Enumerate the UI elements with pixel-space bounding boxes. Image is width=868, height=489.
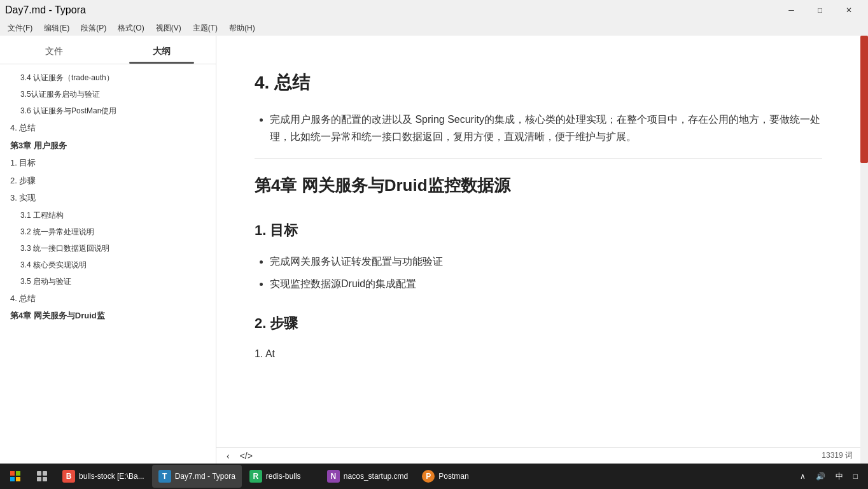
system-tray: ∧ 🔊 中 □: [792, 470, 865, 483]
divider: [255, 158, 822, 159]
taskbar-app-redis[interactable]: R redis-bulls: [243, 465, 319, 488]
postman-label: Postman: [438, 472, 468, 481]
maximize-button[interactable]: □: [806, 0, 834, 20]
typora-icon: T: [158, 470, 171, 483]
statusbar: ‹ </> 13319 词: [216, 447, 860, 464]
bulls-stock-label: bulls-stock [E:\Ba...: [79, 472, 144, 481]
svg-rect-3: [16, 477, 20, 481]
outline-item[interactable]: 3.6 认证服务与PostMan使用: [0, 103, 216, 119]
outline-item[interactable]: 3. 实现: [0, 189, 216, 207]
outline-item[interactable]: 第3章 用户服务: [0, 137, 216, 155]
section-1-bullet-2: 实现监控数据源Druid的集成配置: [270, 275, 822, 292]
section-2-heading: 2. 步骤: [255, 311, 822, 335]
outline-item[interactable]: 4. 总结: [0, 290, 216, 308]
menu-file[interactable]: 文件(F): [3, 22, 38, 35]
doc-scroll[interactable]: 4. 总结 完成用户服务的配置的改进以及 Spring Security的集成，…: [216, 36, 860, 447]
outline-item[interactable]: 1. 目标: [0, 154, 216, 172]
menubar: 文件(F) 编辑(E) 段落(P) 格式(O) 视图(V) 主题(T) 帮助(H…: [0, 20, 868, 36]
bulls-stock-icon: B: [62, 470, 75, 483]
taskbar-app-bulls-stock[interactable]: B bulls-stock [E:\Ba...: [56, 465, 151, 488]
input-method-button[interactable]: 中: [833, 470, 846, 483]
scrollbar-thumb: [860, 36, 868, 163]
section-1-list: 完成网关服务认证转发配置与功能验证 实现监控数据源Druid的集成配置: [270, 253, 822, 292]
menu-help[interactable]: 帮助(H): [224, 22, 260, 35]
postman-icon: P: [422, 470, 435, 483]
menu-edit[interactable]: 编辑(E): [39, 22, 74, 35]
outline-item[interactable]: 2. 步骤: [0, 172, 216, 190]
svg-rect-0: [10, 471, 15, 476]
nacos-label: nacos_startup.cmd: [344, 472, 408, 481]
nav-code-button[interactable]: </>: [237, 451, 255, 461]
titlebar: Day7.md - Typora ─ □ ✕: [0, 0, 868, 20]
svg-rect-1: [16, 471, 20, 476]
sidebar-tabs: 文件 大纲: [0, 36, 216, 64]
section-4-bullet-1: 完成用户服务的配置的改进以及 Spring Security的集成，核心类的处理…: [270, 111, 822, 145]
outline-item[interactable]: 3.2 统一异常处理说明: [0, 223, 216, 240]
outline-item[interactable]: 第4章 网关服务与Druid监: [0, 307, 216, 325]
menu-paragraph[interactable]: 段落(P): [76, 22, 111, 35]
nacos-icon: N: [327, 470, 340, 483]
at-text: 1. At: [255, 345, 822, 362]
outline-panel: 3.4 认证服务（trade-auth） 3.5认证服务启动与验证 3.6 认证…: [0, 64, 216, 464]
section-4-heading: 4. 总结: [255, 67, 822, 98]
main-area: 文件 大纲 3.4 认证服务（trade-auth） 3.5认证服务启动与验证 …: [0, 36, 868, 464]
outline-item[interactable]: 3.5 启动与验证: [0, 273, 216, 290]
redis-icon: R: [249, 470, 262, 483]
notification-button[interactable]: □: [851, 471, 860, 482]
volume-icon: 🔊: [816, 472, 825, 481]
volume-button[interactable]: 🔊: [813, 471, 828, 482]
nav-back-button[interactable]: ‹: [224, 451, 232, 461]
tab-files[interactable]: 文件: [0, 41, 108, 64]
window-controls: ─ □ ✕: [777, 0, 863, 20]
taskbar: B bulls-stock [E:\Ba... T Day7.md - Typo…: [0, 464, 868, 489]
outline-item[interactable]: 3.1 工程结构: [0, 207, 216, 223]
input-method-label: 中: [836, 471, 843, 482]
start-button[interactable]: [3, 464, 28, 489]
svg-rect-6: [37, 477, 41, 481]
menu-view[interactable]: 视图(V): [151, 22, 186, 35]
chevron-up-icon: ∧: [800, 472, 806, 481]
taskbar-app-typora[interactable]: T Day7.md - Typora: [152, 465, 242, 488]
task-view-button[interactable]: [29, 464, 55, 489]
minimize-button[interactable]: ─: [777, 0, 806, 20]
svg-rect-7: [43, 477, 47, 481]
outline-item[interactable]: 4. 总结: [0, 119, 216, 137]
doc-area: 4. 总结 完成用户服务的配置的改进以及 Spring Security的集成，…: [216, 36, 860, 464]
tray-chevron[interactable]: ∧: [797, 471, 808, 482]
typora-label: Day7.md - Typora: [175, 472, 235, 481]
outline-item[interactable]: 3.4 认证服务（trade-auth）: [0, 69, 216, 86]
redis-label: redis-bulls: [266, 472, 301, 481]
notification-icon: □: [853, 472, 858, 481]
taskbar-app-postman[interactable]: P Postman: [416, 465, 492, 488]
outline-item[interactable]: 3.5认证服务启动与验证: [0, 86, 216, 103]
titlebar-title: Day7.md - Typora: [5, 4, 86, 16]
statusbar-nav: ‹ </>: [224, 451, 255, 461]
outline-item[interactable]: 3.3 统一接口数据返回说明: [0, 240, 216, 257]
svg-rect-4: [37, 471, 41, 476]
tab-outline[interactable]: 大纲: [108, 41, 216, 64]
section-4-list: 完成用户服务的配置的改进以及 Spring Security的集成，核心类的处理…: [270, 111, 822, 145]
svg-rect-2: [10, 477, 15, 481]
outline-item[interactable]: 3.4 核心类实现说明: [0, 257, 216, 273]
section-1-bullet-1: 完成网关服务认证转发配置与功能验证: [270, 253, 822, 270]
task-view-icon: [36, 471, 48, 482]
menu-theme[interactable]: 主题(T): [188, 22, 223, 35]
svg-rect-5: [43, 471, 47, 476]
menu-format[interactable]: 格式(O): [113, 22, 149, 35]
sidebar: 文件 大纲 3.4 认证服务（trade-auth） 3.5认证服务启动与验证 …: [0, 36, 216, 464]
windows-icon: [10, 471, 21, 482]
taskbar-app-nacos[interactable]: N nacos_startup.cmd: [321, 465, 414, 488]
right-scrollbar[interactable]: [860, 36, 868, 464]
section-1-heading: 1. 目标: [255, 218, 822, 242]
doc-content: 4. 总结 完成用户服务的配置的改进以及 Spring Security的集成，…: [255, 67, 822, 363]
close-button[interactable]: ✕: [834, 0, 863, 20]
word-count: 13319 词: [822, 450, 853, 461]
chapter-4-heading: 第4章 网关服务与Druid监控数据源: [255, 171, 822, 199]
